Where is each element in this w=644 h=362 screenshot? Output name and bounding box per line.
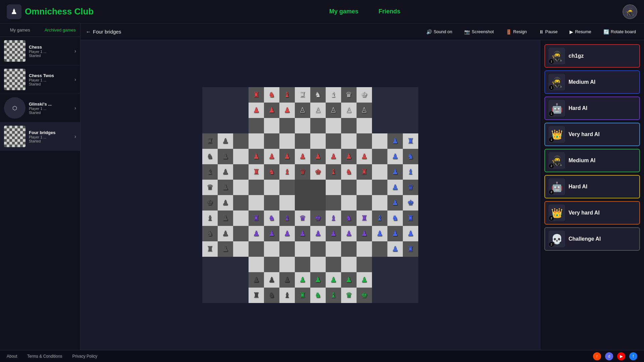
- board-cell-4-5[interactable]: ♟: [279, 149, 295, 164]
- board-cell-8-12[interactable]: ♞: [387, 210, 403, 226]
- board-cell-3-6[interactable]: [295, 133, 310, 149]
- board-cell-1-7[interactable]: ♙: [310, 103, 326, 118]
- board-cell-11-10[interactable]: [357, 257, 372, 272]
- board-cell-6-1[interactable]: ♟: [218, 180, 233, 195]
- board-cell-5-12[interactable]: ♟: [387, 164, 403, 180]
- board-cell-11-5[interactable]: [279, 257, 295, 272]
- board-cell-9-5[interactable]: ♟: [279, 226, 295, 241]
- board-cell-7-9[interactable]: [341, 195, 357, 210]
- board-cell-4-0[interactable]: ♞: [202, 149, 218, 164]
- board-cell-13-7[interactable]: ♞: [310, 288, 326, 303]
- back-button[interactable]: ← Four bridges: [86, 29, 121, 35]
- resign-button[interactable]: 🚪 Resign: [503, 28, 529, 36]
- board-cell-9-1[interactable]: ♟: [218, 226, 233, 241]
- board-cell-11-12[interactable]: [387, 257, 403, 272]
- board-cell-10-7[interactable]: [310, 241, 326, 257]
- board-cell-0-5[interactable]: ♝: [279, 87, 295, 103]
- board-cell-0-4[interactable]: ♞: [264, 87, 279, 103]
- board-cell-8-8[interactable]: ♝: [326, 210, 341, 226]
- board-cell-3-10[interactable]: [357, 133, 372, 149]
- board-cell-3-11[interactable]: [372, 133, 387, 149]
- board-cell-11-6[interactable]: [295, 257, 310, 272]
- nav-friends[interactable]: Friends: [379, 8, 400, 15]
- board-cell-7-6[interactable]: [295, 195, 310, 210]
- board-cell-7-10[interactable]: [357, 195, 372, 210]
- board-cell-3-9[interactable]: [341, 133, 357, 149]
- board-cell-1-3[interactable]: ♟: [249, 103, 264, 118]
- board-cell-2-8[interactable]: [326, 118, 341, 133]
- board-cell-5-8[interactable]: ♝: [326, 164, 341, 180]
- board-cell-10-13[interactable]: ♜: [403, 241, 418, 257]
- board-cell-3-0[interactable]: ♜: [202, 133, 218, 149]
- board-cell-10-2[interactable]: [233, 241, 249, 257]
- board-cell-7-7[interactable]: [310, 195, 326, 210]
- board-cell-8-0[interactable]: ♝: [202, 210, 218, 226]
- board-cell-6-8[interactable]: [326, 180, 341, 195]
- board-cell-4-7[interactable]: ♟: [310, 149, 326, 164]
- board-cell-8-7[interactable]: ♚: [310, 210, 326, 226]
- board-cell-10-10[interactable]: [357, 241, 372, 257]
- board-cell-12-7[interactable]: ♟: [310, 272, 326, 288]
- game-item-glinski[interactable]: ⬡ Glinski's ... Player 1 ... Started ›: [0, 94, 80, 122]
- board-cell-12-9[interactable]: ♟: [341, 272, 357, 288]
- user-avatar[interactable]: 🥷: [623, 4, 637, 19]
- board-cell-6-11[interactable]: [372, 180, 387, 195]
- board-cell-1-13[interactable]: [403, 103, 418, 118]
- board-cell-7-12[interactable]: ♟: [387, 195, 403, 210]
- board-cell-4-13[interactable]: ♞: [403, 149, 418, 164]
- board-cell-5-11[interactable]: [372, 164, 387, 180]
- board-cell-5-0[interactable]: ♝: [202, 164, 218, 180]
- board-cell-0-0[interactable]: [202, 87, 218, 103]
- board-cell-13-2[interactable]: [233, 288, 249, 303]
- board-cell-12-1[interactable]: [218, 272, 233, 288]
- board-cell-9-2[interactable]: [233, 226, 249, 241]
- board-cell-7-3[interactable]: [249, 195, 264, 210]
- board-cell-10-5[interactable]: [279, 241, 295, 257]
- facebook-icon[interactable]: f: [629, 352, 637, 360]
- board-cell-10-6[interactable]: [295, 241, 310, 257]
- board-cell-8-3[interactable]: ♜: [249, 210, 264, 226]
- board-cell-12-6[interactable]: ♟: [295, 272, 310, 288]
- board-cell-8-10[interactable]: ♜: [357, 210, 372, 226]
- board-cell-4-9[interactable]: ♟: [341, 149, 357, 164]
- board-cell-9-6[interactable]: ♟: [295, 226, 310, 241]
- board-cell-10-9[interactable]: [341, 241, 357, 257]
- board-cell-0-3[interactable]: ♜: [249, 87, 264, 103]
- footer-privacy[interactable]: Privacy Policy: [72, 354, 97, 359]
- board-cell-12-3[interactable]: ♟: [249, 272, 264, 288]
- board-cell-12-0[interactable]: [202, 272, 218, 288]
- board-cell-8-1[interactable]: ♟: [218, 210, 233, 226]
- board-cell-5-10[interactable]: ♜: [357, 164, 372, 180]
- board-cell-13-13[interactable]: [403, 288, 418, 303]
- board-cell-0-6[interactable]: ♜: [295, 87, 310, 103]
- board-cell-6-6[interactable]: [295, 180, 310, 195]
- board-cell-13-11[interactable]: [372, 288, 387, 303]
- board-cell-2-6[interactable]: [295, 118, 310, 133]
- board-cell-13-6[interactable]: ♜: [295, 288, 310, 303]
- nav-my-games[interactable]: My games: [329, 8, 359, 15]
- board-cell-2-5[interactable]: [279, 118, 295, 133]
- board-cell-7-5[interactable]: [279, 195, 295, 210]
- board-cell-4-3[interactable]: ♟: [249, 149, 264, 164]
- board-cell-11-3[interactable]: [249, 257, 264, 272]
- resume-button[interactable]: ▶ Resume: [567, 28, 594, 36]
- board-cell-10-0[interactable]: ♜: [202, 241, 218, 257]
- board-cell-1-8[interactable]: ♙: [326, 103, 341, 118]
- board-cell-0-7[interactable]: ♞: [310, 87, 326, 103]
- board-cell-2-1[interactable]: [218, 118, 233, 133]
- board-cell-12-2[interactable]: [233, 272, 249, 288]
- board-cell-2-7[interactable]: [310, 118, 326, 133]
- board-cell-10-4[interactable]: [264, 241, 279, 257]
- board-cell-12-11[interactable]: [372, 272, 387, 288]
- board-cell-12-10[interactable]: ♟: [357, 272, 372, 288]
- board-cell-3-4[interactable]: [264, 133, 279, 149]
- board-cell-0-12[interactable]: [387, 87, 403, 103]
- board-cell-9-9[interactable]: ♟: [341, 226, 357, 241]
- board-cell-1-4[interactable]: ♟: [264, 103, 279, 118]
- board-cell-7-2[interactable]: [233, 195, 249, 210]
- board-cell-9-8[interactable]: ♟: [326, 226, 341, 241]
- board-cell-4-4[interactable]: ♟: [264, 149, 279, 164]
- board-cell-12-4[interactable]: ♟: [264, 272, 279, 288]
- board-cell-5-2[interactable]: [233, 164, 249, 180]
- board-cell-7-11[interactable]: [372, 195, 387, 210]
